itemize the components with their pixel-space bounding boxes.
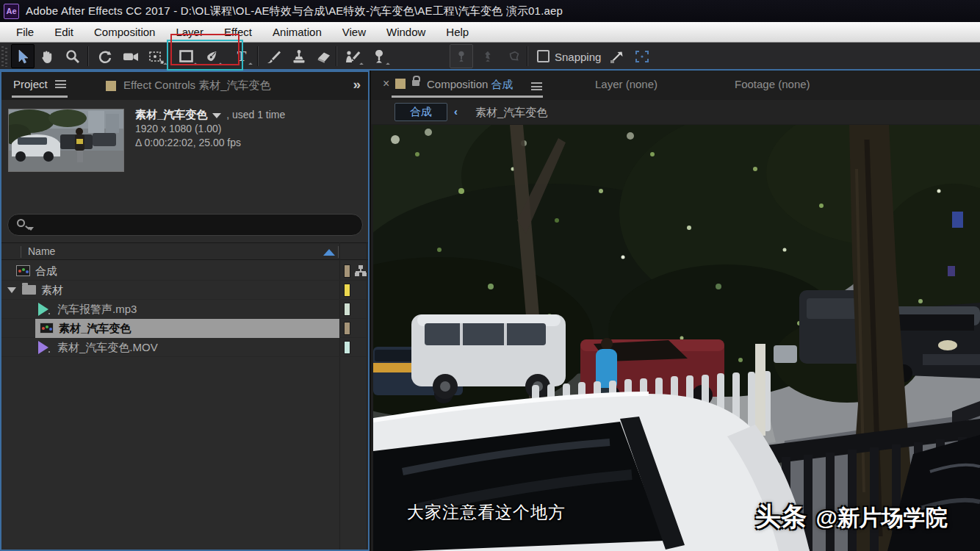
tab-effect-controls[interactable]: Effect Controls 素材_汽车变色 (106, 79, 271, 93)
flyout-triangle (359, 62, 364, 67)
roto-brush-icon (343, 48, 362, 65)
footage-duration: Δ 0:00:22:02, 25.00 fps (135, 136, 285, 150)
watermark-logo-text: 头条 (755, 502, 807, 530)
corner-brackets-icon (633, 48, 651, 65)
label-color-chip[interactable] (344, 284, 350, 297)
pen-tool[interactable] (200, 44, 223, 68)
zoom-tool[interactable] (61, 44, 84, 68)
pan-behind-icon (148, 48, 165, 65)
close-tab-icon[interactable]: × (383, 77, 389, 90)
dropdown-triangle-icon[interactable] (212, 113, 221, 118)
toolbar-separator (88, 46, 89, 66)
menu-animation[interactable]: Animation (262, 22, 332, 42)
rotation-tool[interactable] (93, 44, 117, 68)
name-column-label[interactable]: Name (28, 245, 55, 257)
tab-footage[interactable]: Footage (none) (735, 78, 810, 90)
expander-triangle-icon[interactable] (7, 287, 16, 293)
eraser-tool[interactable] (312, 44, 336, 68)
puppet-pin-icon (371, 48, 387, 65)
tab-composition[interactable]: Composition 合成 (427, 78, 514, 92)
title-bar: Ae Adobe After Effects CC 2017 - D:\OL课程… (0, 0, 980, 22)
video-subtitle: 大家注意看这个地方 (407, 501, 566, 524)
toolbar-separator (258, 46, 259, 66)
pen-icon (203, 48, 220, 65)
footage-name[interactable]: 素材_汽车变色 (135, 108, 207, 120)
breadcrumb-item-label[interactable]: 素材_汽车变色 (475, 106, 547, 120)
footage-dimensions: 1920 x 1080 (1.00) (135, 122, 285, 136)
roto-brush-tool[interactable] (341, 44, 364, 68)
pin-icon (480, 49, 495, 64)
composition-viewport[interactable]: 大家注意看这个地方 头条 @新片场学院 (373, 125, 980, 551)
list-column-header[interactable]: Name (1, 242, 368, 260)
flowchart-icon[interactable] (355, 265, 367, 277)
panel-color-swatch-icon (395, 79, 406, 89)
type-tool[interactable]: T (230, 44, 253, 68)
panel-menu-icon[interactable] (531, 82, 542, 90)
video-file-icon (38, 341, 48, 354)
tab-overflow-icon[interactable]: » (353, 76, 361, 93)
hand-tool[interactable] (36, 44, 60, 68)
toolbar-separator (527, 46, 528, 66)
breadcrumb-comp-button[interactable]: 合成 (394, 103, 447, 121)
folder-icon (22, 285, 36, 295)
row-label: 素材_汽车变色 (59, 322, 131, 336)
pan-behind-tool[interactable] (145, 44, 168, 68)
menu-composition[interactable]: Composition (84, 22, 165, 42)
camera-icon (122, 48, 140, 65)
rotation-icon (97, 48, 113, 65)
table-row[interactable]: 素材 (1, 281, 368, 300)
search-icon (17, 219, 25, 227)
snap-bounds-option[interactable] (630, 44, 654, 68)
menu-window[interactable]: Window (376, 22, 436, 42)
tab-layer[interactable]: Layer (none) (595, 78, 657, 90)
watermark-handle-text: @新片场学院 (815, 505, 947, 530)
active-tab-underline (12, 96, 68, 98)
window-title: Adobe After Effects CC 2017 - D:\OL课程\OL… (26, 4, 563, 18)
label-color-chip[interactable] (344, 341, 350, 354)
eraser-icon (315, 48, 333, 65)
lock-icon[interactable] (412, 80, 419, 86)
label-color-chip[interactable] (344, 303, 350, 316)
table-row[interactable]: 素材_汽车变色.MOV (1, 338, 368, 357)
table-row-selected[interactable]: 素材_汽车变色 (1, 319, 368, 338)
menu-layer[interactable]: Layer (165, 22, 214, 42)
search-options-triangle-icon[interactable] (28, 227, 34, 231)
menu-edit[interactable]: Edit (44, 22, 84, 42)
menu-help[interactable]: Help (436, 22, 479, 42)
rectangle-tool[interactable] (175, 44, 198, 68)
panel-color-swatch-icon (106, 81, 116, 91)
toolbar-grip[interactable] (1, 46, 8, 67)
panel-menu-icon[interactable] (55, 80, 66, 88)
puppet-pin-tool[interactable] (367, 44, 391, 68)
svg-text:T: T (237, 48, 247, 64)
tab-project-label: Project (13, 78, 48, 90)
snapping-checkbox[interactable] (537, 50, 550, 62)
menu-view[interactable]: View (332, 22, 376, 42)
active-tab-underline (392, 96, 543, 98)
snapping-label[interactable]: Snapping (555, 51, 601, 63)
brush-tool[interactable] (262, 44, 286, 68)
tab-project[interactable]: Project (13, 78, 66, 90)
after-effects-logo: Ae (4, 4, 19, 19)
camera-tool[interactable] (119, 44, 143, 68)
label-color-chip[interactable] (344, 322, 350, 335)
search-input[interactable] (7, 214, 363, 236)
menu-file[interactable]: File (6, 22, 44, 42)
menu-effect[interactable]: Effect (214, 22, 262, 42)
sort-ascending-icon[interactable] (323, 249, 335, 256)
table-row[interactable]: 合成 (1, 262, 368, 281)
thumbnail-scene (9, 109, 123, 171)
row-label: 汽车报警声.mp3 (57, 303, 137, 317)
table-row[interactable]: 汽车报警声.mp3 (1, 300, 368, 319)
breadcrumb-chevron-icon: ‹ (454, 105, 458, 118)
row-label: 素材 (41, 284, 63, 298)
column-divider (338, 246, 339, 258)
rectangle-icon (178, 48, 195, 65)
project-panel: Project Effect Controls 素材_汽车变色 » (0, 71, 370, 551)
label-color-chip[interactable] (344, 264, 350, 278)
selection-arrow-icon (15, 48, 31, 65)
selection-tool[interactable] (11, 44, 35, 68)
snap-cursor-option[interactable] (605, 44, 629, 68)
composition-breadcrumb-bar: 合成 ‹ 素材_汽车变色 (371, 100, 980, 124)
clone-stamp-tool[interactable] (287, 44, 311, 68)
